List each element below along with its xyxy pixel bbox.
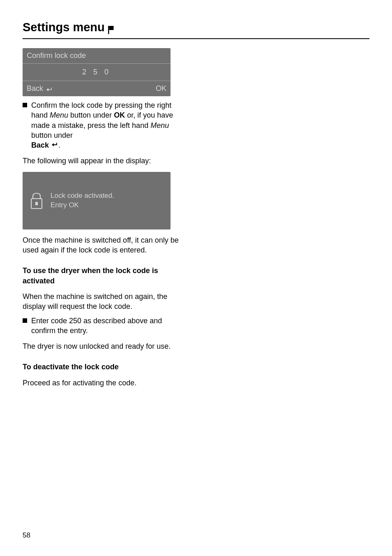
display-back-button: Back — [27, 84, 53, 93]
paragraph: The dryer is now unlocked and ready for … — [23, 341, 187, 351]
paragraph: The following will appear in the display… — [23, 156, 187, 166]
flag-icon — [108, 23, 114, 32]
display-buttons-row: Back OK — [23, 81, 171, 96]
bullet-confirm-code: Confirm the lock code by pressing the ri… — [23, 100, 187, 150]
square-bullet-icon — [23, 103, 27, 107]
display-code: 2 5 0 — [23, 64, 171, 81]
display-title: Confirm lock code — [23, 48, 171, 64]
subheading-use-dryer: To use the dryer when the lock code is a… — [23, 266, 187, 286]
subheading-deactivate: To deactivate the lock code — [23, 362, 187, 372]
paragraph: Proceed as for activating the code. — [23, 378, 187, 388]
back-label: Back — [27, 84, 43, 93]
enter-arrow-icon — [51, 140, 58, 146]
bullet-text: Confirm the lock code by pressing the ri… — [31, 100, 187, 150]
paragraph: Once the machine is switched off, it can… — [23, 235, 187, 255]
paragraph: When the machine is switched on again, t… — [23, 292, 187, 312]
content-column: Confirm lock code 2 5 0 Back OK Confirm … — [23, 48, 187, 388]
lock-text: Lock code activated. Entry OK — [51, 191, 114, 210]
bullet-enter-code: Enter code 250 as described above and co… — [23, 316, 187, 336]
svg-rect-3 — [35, 202, 38, 205]
svg-rect-0 — [108, 26, 109, 34]
display-lock-activated: Lock code activated. Entry OK — [23, 172, 171, 229]
page-number: 58 — [23, 531, 30, 540]
square-bullet-icon — [23, 318, 27, 323]
bullet-text: Enter code 250 as described above and co… — [31, 316, 187, 336]
svg-rect-1 — [109, 26, 113, 30]
heading-text: Settings menu — [23, 21, 105, 34]
display-confirm-code: Confirm lock code 2 5 0 Back OK — [23, 48, 171, 96]
enter-arrow-icon — [46, 86, 53, 92]
padlock-icon — [28, 192, 45, 209]
page-title: Settings menu — [23, 21, 369, 39]
display-ok-button: OK — [156, 84, 166, 93]
